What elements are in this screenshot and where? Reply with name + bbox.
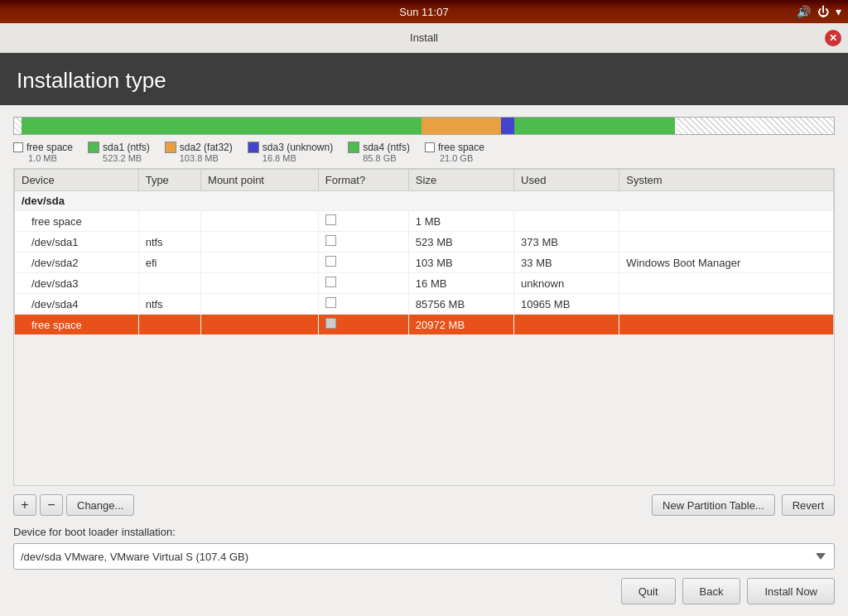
legend-sda4: sda4 (ntfs) 85.8 GB xyxy=(348,142,410,163)
col-device: Device xyxy=(15,170,139,191)
table-row[interactable]: /dev/sda xyxy=(15,191,834,211)
legend-size-sda4: 85.8 GB xyxy=(363,153,396,163)
row-device-selected: free space xyxy=(15,315,139,335)
legend-label-sda4: sda4 (ntfs) xyxy=(363,142,410,153)
legend-swatch-sda1 xyxy=(88,142,99,153)
bottom-buttons: Quit Back Install Now xyxy=(13,570,835,604)
row-system-selected xyxy=(619,315,834,335)
legend-sda3: sda3 (unknown) 16.8 MB xyxy=(248,142,333,163)
remove-partition-button[interactable]: − xyxy=(40,494,63,516)
install-now-button[interactable]: Install Now xyxy=(747,578,835,604)
col-size: Size xyxy=(408,170,513,191)
change-partition-button[interactable]: Change... xyxy=(66,494,134,516)
legend-label-sda1: sda1 (ntfs) xyxy=(103,142,150,153)
row-system xyxy=(619,232,834,253)
partition-bar xyxy=(13,117,835,135)
row-mountpoint xyxy=(201,211,319,232)
table-row[interactable]: /dev/sda1 ntfs 523 MB 373 MB xyxy=(15,232,834,253)
table-row[interactable]: /dev/sda2 efi 103 MB 33 MB Windows Boot … xyxy=(15,253,834,273)
row-device: /dev/sda2 xyxy=(15,253,139,273)
row-system: Windows Boot Manager xyxy=(619,253,834,273)
table-row[interactable]: free space 1 MB xyxy=(15,211,834,232)
row-mountpoint xyxy=(201,232,319,253)
content-area: free space 1.0 MB sda1 (ntfs) 523.2 MB s… xyxy=(0,105,848,616)
legend-label-sda2: sda2 (fat32) xyxy=(180,142,233,153)
col-system: System xyxy=(619,170,834,191)
row-format xyxy=(318,253,408,273)
row-size-selected: 20972 MB xyxy=(408,315,513,335)
power-icon[interactable]: ⏻ xyxy=(817,5,829,18)
table-row[interactable]: /dev/sda4 ntfs 85756 MB 10965 MB xyxy=(15,294,834,315)
partition-seg-sda2 xyxy=(422,118,501,134)
row-device: /dev/sda1 xyxy=(15,232,139,253)
top-bar-controls: 🔊 ⏻ ▾ xyxy=(797,5,841,18)
row-device: free space xyxy=(15,211,139,232)
row-device: /dev/sda4 xyxy=(15,294,139,315)
partition-table: Device Type Mount point Format? Size Use… xyxy=(14,169,834,335)
legend-label-sda3: sda3 (unknown) xyxy=(263,142,333,153)
row-used: 373 MB xyxy=(514,232,619,253)
row-size: 1 MB xyxy=(408,211,513,232)
row-size: 85756 MB xyxy=(408,294,513,315)
legend-swatch-sda4 xyxy=(348,142,359,153)
row-type xyxy=(138,211,200,232)
bootloader-select[interactable]: /dev/sda VMware, VMware Virtual S (107.4… xyxy=(13,543,835,570)
table-header-row: Device Type Mount point Format? Size Use… xyxy=(15,170,834,191)
clock: Sun 11:07 xyxy=(399,6,448,18)
legend-swatch-sda2 xyxy=(165,142,176,153)
legend-size-free2: 21.0 GB xyxy=(440,153,473,163)
legend-size-free1: 1.0 MB xyxy=(28,153,57,163)
row-system xyxy=(619,294,834,315)
close-button[interactable]: ✕ xyxy=(825,30,841,46)
revert-button[interactable]: Revert xyxy=(782,494,835,516)
legend-sda2: sda2 (fat32) 103.8 MB xyxy=(165,142,233,163)
row-device: /dev/sda3 xyxy=(15,273,139,294)
quit-button[interactable]: Quit xyxy=(621,578,676,604)
col-type: Type xyxy=(138,170,200,191)
add-partition-button[interactable]: + xyxy=(13,494,36,516)
row-format xyxy=(318,211,408,232)
device-group-label: /dev/sda xyxy=(15,191,834,211)
col-mountpoint: Mount point xyxy=(201,170,319,191)
row-format xyxy=(318,232,408,253)
row-system xyxy=(619,211,834,232)
row-mountpoint xyxy=(201,294,319,315)
legend-size-sda1: 523.2 MB xyxy=(103,153,142,163)
partition-seg-free2 xyxy=(675,118,834,134)
row-used: 33 MB xyxy=(514,253,619,273)
legend-size-sda2: 103.8 MB xyxy=(180,153,219,163)
bootloader-label: Device for boot loader installation: xyxy=(13,526,835,538)
header-section: Installation type xyxy=(0,53,848,105)
page-title: Installation type xyxy=(17,68,831,94)
window-title: Install xyxy=(410,31,438,44)
row-used: 10965 MB xyxy=(514,294,619,315)
window-titlebar: Install ✕ xyxy=(0,23,848,53)
menu-arrow-icon[interactable]: ▾ xyxy=(836,5,841,18)
row-used: unknown xyxy=(514,273,619,294)
install-window: Install ✕ Installation type xyxy=(0,23,848,616)
legend-label-free1: free space xyxy=(26,142,73,153)
top-bar: Sun 11:07 🔊 ⏻ ▾ xyxy=(0,0,848,23)
table-row[interactable]: /dev/sda3 16 MB unknown xyxy=(15,273,834,294)
legend-label-free2: free space xyxy=(438,142,484,153)
row-mountpoint-selected xyxy=(201,315,319,335)
col-used: Used xyxy=(514,170,619,191)
row-type: efi xyxy=(138,253,200,273)
table-row-selected[interactable]: free space 20972 MB xyxy=(15,315,834,335)
row-type: ntfs xyxy=(138,232,200,253)
back-button[interactable]: Back xyxy=(682,578,741,604)
row-type: ntfs xyxy=(138,294,200,315)
row-system xyxy=(619,273,834,294)
row-format xyxy=(318,273,408,294)
row-format xyxy=(318,294,408,315)
row-used xyxy=(514,211,619,232)
partition-toolbar: + − Change... New Partition Table... Rev… xyxy=(13,494,835,516)
volume-icon[interactable]: 🔊 xyxy=(797,5,811,18)
new-partition-table-button[interactable]: New Partition Table... xyxy=(652,494,775,516)
legend-free1: free space 1.0 MB xyxy=(13,142,73,163)
legend-sda1: sda1 (ntfs) 523.2 MB xyxy=(88,142,150,163)
legend-size-sda3: 16.8 MB xyxy=(263,153,296,163)
legend-swatch-sda3 xyxy=(248,142,259,153)
row-size: 103 MB xyxy=(408,253,513,273)
col-format: Format? xyxy=(318,170,408,191)
